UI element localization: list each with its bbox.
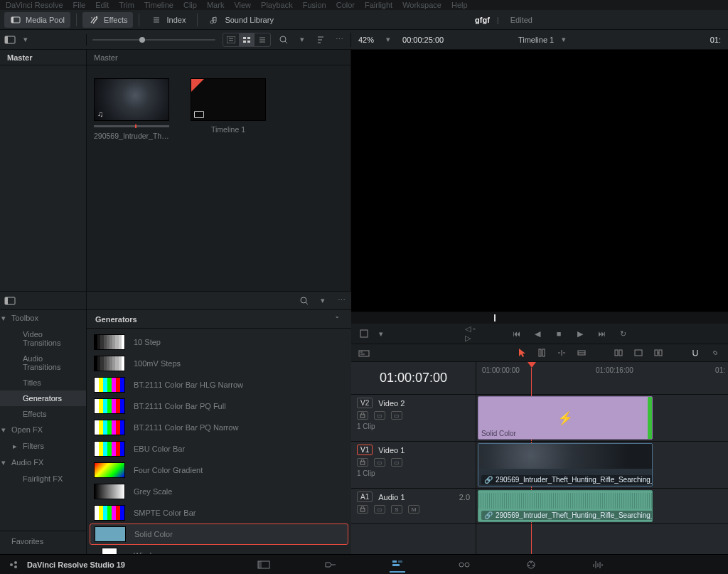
track-record-icon[interactable]: ▭ (374, 505, 385, 514)
generator-bt2111-pq-full[interactable]: BT.2111 Color Bar PQ Full (90, 395, 348, 417)
fx-cat-toolbox[interactable]: Toolbox (0, 310, 86, 326)
menu-color[interactable]: Color (336, 1, 355, 9)
menu-help[interactable]: Help (451, 1, 468, 9)
track-mute-button[interactable]: M (408, 505, 419, 514)
playhead-icon[interactable] (528, 362, 536, 368)
view-mode-thumbnails[interactable] (239, 33, 255, 46)
fx-cat-audio-transitions[interactable]: Audio Transitions (0, 351, 86, 375)
track-lock-icon[interactable] (357, 458, 368, 467)
more-icon[interactable]: ⋯ (336, 295, 347, 307)
timeline-options-icon[interactable] (358, 347, 370, 358)
generator-solid-color[interactable]: Solid Color (90, 523, 348, 545)
chevron-down-icon[interactable]: ▾ (296, 34, 308, 46)
track-visible-icon[interactable]: ▭ (391, 411, 402, 420)
menu-fairlight[interactable]: Fairlight (365, 1, 392, 9)
page-fusion-icon[interactable] (456, 557, 472, 573)
jump-end-icon[interactable]: ⏭ (596, 328, 607, 339)
play-icon[interactable]: ▶ (574, 328, 586, 339)
sidebar-toggle-icon[interactable] (4, 34, 16, 46)
track-lock-icon[interactable] (357, 411, 368, 420)
generator-bt2111-hlg[interactable]: BT.2111 Color Bar HLG Narrow (90, 374, 348, 395)
fx-favorites[interactable]: Favorites (0, 531, 86, 554)
track-header-v2[interactable]: V2 Video 2 ▭ ▭ 1 Clip (351, 395, 476, 442)
page-media-icon[interactable] (256, 557, 272, 573)
generator-grey-scale[interactable]: Grey Scale (90, 481, 348, 502)
track-lock-icon[interactable] (357, 505, 368, 514)
sidebar-toggle-icon[interactable] (4, 295, 16, 307)
snap-icon[interactable] (653, 347, 664, 358)
track-lane-v2[interactable]: ⚡ Solid Color (476, 395, 728, 442)
stop-icon[interactable]: ■ (553, 328, 564, 339)
menu-workspace[interactable]: Workspace (402, 1, 441, 9)
fx-cat-effects[interactable]: Effects (0, 406, 86, 422)
generator-10-step[interactable]: 10 Step (90, 331, 348, 353)
track-header-a1[interactable]: A1 Audio 1 2.0 ▭ S M (351, 489, 476, 524)
page-color-icon[interactable] (523, 557, 539, 573)
timeline-tracks[interactable]: 01:00:00:00 01:00:16:00 01: ⚡ Solid Colo… (476, 362, 728, 554)
media-timeline-1[interactable]: Timeline 1 (191, 78, 266, 134)
track-tag-a1[interactable]: A1 (357, 491, 373, 502)
fx-cat-generators[interactable]: Generators (0, 390, 86, 406)
generator-bt2111-pq-narrow[interactable]: BT.2111 Color Bar PQ Narrow (90, 417, 348, 438)
fx-cat-titles[interactable]: Titles (0, 375, 86, 390)
clip-intruder-audio[interactable]: 🔗 290569_Intruder_Theft_Hunting_Rifle_Se… (478, 490, 653, 522)
fx-cat-video-transitions[interactable]: Video Transitions (0, 326, 86, 351)
generator-ebu[interactable]: EBU Color Bar (90, 438, 348, 459)
media-clip-intruder[interactable]: ♫ 290569_Intruder_Theft... (94, 78, 169, 140)
viewer[interactable] (351, 50, 728, 312)
viewer-scrub-bar[interactable] (351, 312, 728, 324)
generator-four-color[interactable]: Four Color Gradient (90, 459, 348, 481)
menu-file[interactable]: File (73, 1, 86, 9)
clip-solid-color[interactable]: ⚡ Solid Color (478, 396, 653, 440)
index-button[interactable]: Index (145, 12, 191, 28)
track-lane-a1[interactable]: 🔗 290569_Intruder_Theft_Hunting_Rifle_Se… (476, 489, 728, 524)
loop-icon[interactable]: ↻ (617, 328, 628, 339)
page-fairlight-icon[interactable] (590, 557, 606, 573)
bin-master[interactable]: Master (0, 50, 86, 65)
clip-transition-handle[interactable] (648, 397, 652, 439)
chevron-down-icon[interactable]: ▾ (375, 328, 387, 339)
blade-tool-icon[interactable] (536, 347, 547, 358)
menu-view[interactable]: View (234, 1, 251, 9)
loop-markers-icon[interactable]: ◁ ◦ ▷ (465, 328, 476, 339)
chevron-down-icon[interactable]: ▾ (317, 295, 328, 307)
timeline-ruler[interactable]: 01:00:00:00 01:00:16:00 01: (476, 362, 728, 395)
generator-100mv-steps[interactable]: 100mV Steps (90, 353, 348, 374)
magnet-icon[interactable] (690, 347, 701, 358)
track-lane-v1[interactable]: 🔗 290569_Intruder_Theft_Hunting_Rifle_Se… (476, 442, 728, 489)
position-lock-icon[interactable] (633, 347, 644, 358)
jump-start-icon[interactable]: ⏮ (510, 328, 522, 339)
fx-cat-openfx[interactable]: Open FX (0, 422, 86, 438)
clip-scrub-bar[interactable] (94, 125, 169, 127)
fx-cat-fairlightfx[interactable]: Fairlight FX (0, 471, 86, 487)
insert-tool-icon[interactable] (556, 347, 567, 358)
track-visible-icon[interactable]: ▭ (391, 458, 402, 467)
home-icon[interactable] (9, 559, 20, 570)
collapse-icon[interactable]: ˇ (331, 314, 343, 325)
track-auto-icon[interactable]: ▭ (374, 458, 385, 467)
fx-cat-filters[interactable]: Filters (0, 438, 86, 455)
track-tag-v1[interactable]: V1 (357, 445, 373, 455)
menu-trim[interactable]: Trim (119, 1, 134, 9)
chevron-down-icon[interactable]: ▾ (20, 34, 31, 46)
selection-tool-icon[interactable] (516, 347, 528, 358)
track-auto-icon[interactable]: ▭ (374, 411, 385, 420)
viewer-timecode[interactable]: 00:00:25:00 (402, 36, 444, 44)
view-mode-metadata[interactable] (223, 33, 239, 46)
menu-playback[interactable]: Playback (261, 1, 293, 9)
track-tag-v2[interactable]: V2 (357, 398, 373, 408)
view-mode-list[interactable] (255, 33, 270, 46)
chain-link-icon[interactable] (710, 347, 721, 358)
menu-edit[interactable]: Edit (95, 1, 109, 9)
step-back-icon[interactable]: ◀ (532, 328, 543, 339)
media-pool-button[interactable]: Media Pool (4, 12, 70, 28)
menu-clip[interactable]: Clip (183, 1, 197, 9)
timeline-timecode[interactable]: 01:00:07:00 (351, 362, 476, 395)
fx-cat-audiofx[interactable]: Audio FX (0, 455, 86, 471)
thumbnail-size-slider[interactable] (92, 39, 215, 41)
sound-library-button[interactable]: Sound Library (203, 12, 279, 28)
chevron-down-icon[interactable]: ▾ (382, 34, 394, 46)
timeline-selector[interactable]: Timeline 1 ▾ (518, 34, 569, 46)
viewer-zoom[interactable]: 42% (358, 36, 374, 44)
crop-icon[interactable] (358, 328, 370, 339)
